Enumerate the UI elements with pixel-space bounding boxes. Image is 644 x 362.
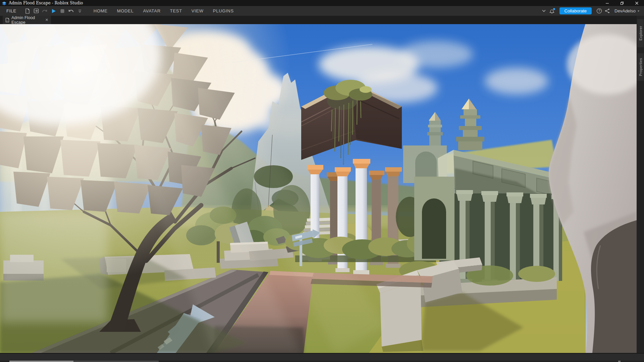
menu-items: HOME MODEL AVATAR TEST VIEW PLUGINS bbox=[89, 7, 238, 15]
minimize-button[interactable] bbox=[600, 0, 614, 6]
notifications-button[interactable] bbox=[548, 7, 556, 15]
chevron-down-icon bbox=[542, 10, 546, 12]
roblox-studio-logo-icon bbox=[2, 1, 7, 5]
help-icon: ? bbox=[596, 8, 602, 14]
minimize-icon bbox=[605, 1, 609, 5]
dock-tab-explorer[interactable]: Explorer bbox=[637, 19, 644, 47]
window-controls bbox=[600, 0, 644, 6]
restore-icon bbox=[620, 1, 624, 5]
notification-dot bbox=[553, 8, 555, 10]
play-icon bbox=[51, 8, 56, 14]
help-button[interactable]: ? bbox=[595, 7, 603, 15]
menubar: FILE bbox=[0, 6, 644, 16]
close-icon bbox=[635, 1, 639, 5]
close-button[interactable] bbox=[629, 0, 644, 6]
collaborate-button[interactable]: Collaborate bbox=[559, 7, 592, 14]
panels-chevron-button[interactable] bbox=[540, 7, 548, 15]
titlebar: Admin Flood Escape - Roblox Studio bbox=[0, 0, 644, 6]
new-file-icon bbox=[25, 8, 30, 14]
menu-plugins[interactable]: PLUGINS bbox=[208, 7, 238, 15]
redo-button[interactable] bbox=[41, 7, 49, 15]
window-title: Admin Flood Escape - Roblox Studio bbox=[9, 0, 83, 6]
toolbar-options-icon bbox=[78, 9, 82, 13]
horizontal-scrollbar[interactable] bbox=[0, 361, 644, 362]
stop-icon bbox=[60, 9, 65, 13]
scrollbar-thumb[interactable] bbox=[9, 361, 73, 362]
share-button[interactable] bbox=[603, 7, 611, 15]
open-file-button[interactable] bbox=[32, 7, 41, 15]
menu-home[interactable]: HOME bbox=[89, 7, 112, 15]
menu-model[interactable]: MODEL bbox=[112, 7, 139, 15]
redo-icon bbox=[42, 9, 48, 13]
restore-button[interactable] bbox=[614, 0, 629, 6]
share-icon bbox=[605, 8, 610, 13]
menubar-right-cluster: Collaborate ? DevAdelso ▾ bbox=[540, 7, 641, 15]
document-tabbar: Admin Flood Escape ✕ bbox=[0, 16, 644, 24]
viewport-3d[interactable] bbox=[0, 24, 637, 353]
svg-text:?: ? bbox=[598, 9, 600, 13]
tab-close-icon[interactable]: ✕ bbox=[45, 18, 48, 22]
menu-test[interactable]: TEST bbox=[165, 7, 187, 15]
menu-avatar[interactable]: AVATAR bbox=[138, 7, 165, 15]
user-menu-caret-icon[interactable]: ▾ bbox=[638, 9, 639, 13]
undo-icon bbox=[68, 9, 74, 13]
quick-toolbar bbox=[23, 7, 84, 15]
tab-label: Admin Flood Escape bbox=[11, 15, 45, 25]
new-file-button[interactable] bbox=[23, 7, 32, 15]
place-file-icon bbox=[5, 18, 9, 22]
open-file-icon bbox=[34, 8, 39, 13]
undo-button[interactable] bbox=[67, 7, 75, 15]
scrollbar-nub bbox=[618, 361, 621, 362]
dock-tab-properties[interactable]: Properties bbox=[637, 53, 644, 81]
tab-admin-flood-escape[interactable]: Admin Flood Escape ✕ bbox=[3, 16, 51, 24]
toolbar-options-button[interactable] bbox=[75, 7, 84, 15]
roblox-studio-window: Admin Flood Escape - Roblox Studio FILE bbox=[0, 0, 644, 362]
play-button[interactable] bbox=[49, 7, 58, 15]
right-dock-strip: Explorer Properties bbox=[637, 16, 644, 353]
sun-glare bbox=[0, 24, 637, 353]
file-menu[interactable]: FILE bbox=[4, 7, 18, 15]
stop-button[interactable] bbox=[58, 7, 67, 15]
username[interactable]: DevAdelso bbox=[614, 8, 636, 13]
bottombar bbox=[0, 353, 644, 362]
menu-view[interactable]: VIEW bbox=[187, 7, 208, 15]
scrollbar-segment bbox=[73, 361, 159, 362]
